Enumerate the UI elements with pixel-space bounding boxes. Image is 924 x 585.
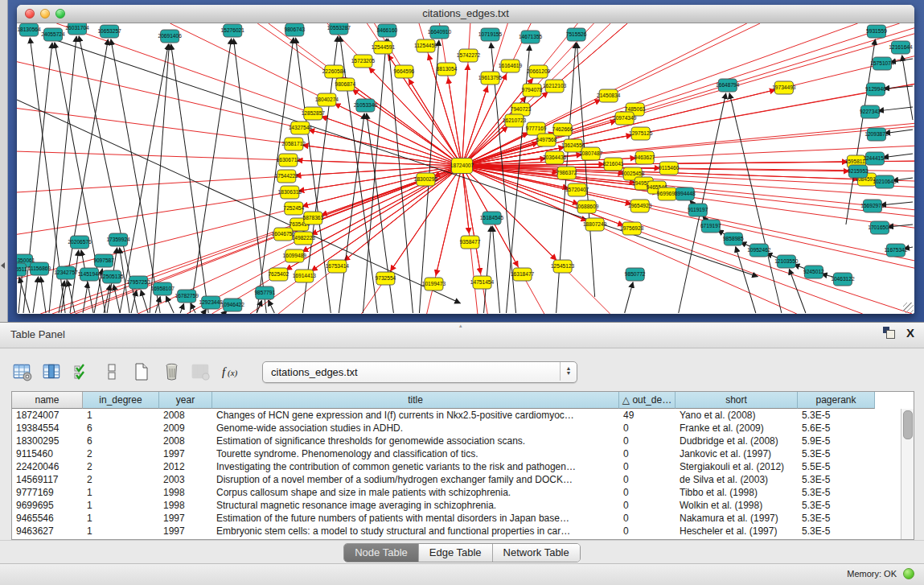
graph-node[interactable]: 20691406 (158, 30, 182, 43)
graph-node[interactable]: 5931559 (866, 25, 887, 38)
cell[interactable]: 0 (619, 473, 676, 486)
cell[interactable]: 9115460 (12, 447, 83, 460)
graph-node[interactable]: 16164619 (499, 60, 523, 72)
cell[interactable]: Yano et al. (2008) (676, 409, 798, 422)
cell[interactable]: 0 (619, 435, 676, 447)
graph-node[interactable]: 6719197 (700, 220, 721, 233)
column-header-short[interactable]: short (676, 392, 798, 409)
graph-node[interactable]: 19756928 (620, 222, 644, 235)
graph-node[interactable]: 12093872 (864, 128, 889, 141)
table-scrollbar[interactable] (901, 409, 914, 539)
cell[interactable]: Tibbo et al. (1998) (676, 486, 798, 499)
cell[interactable]: Structural magnetic resonance image aver… (212, 499, 619, 512)
graph-node[interactable]: 16212103 (543, 80, 567, 93)
cell[interactable]: Wolkin et al. (1998) (676, 499, 798, 512)
graph-node[interactable]: 10974349 (613, 112, 637, 125)
graph-node[interactable]: 10719155 (478, 28, 503, 41)
cell[interactable]: Investigating the contribution of common… (212, 460, 619, 473)
graph-node[interactable]: 8813054 (437, 63, 458, 76)
select-columns-icon[interactable] (71, 360, 93, 383)
cell[interactable]: 14569117 (12, 473, 83, 486)
graph-node[interactable]: 12444154 (863, 152, 887, 165)
graph-node[interactable]: 7252454 (283, 202, 304, 215)
create-column-icon[interactable] (130, 360, 153, 383)
graph-node[interactable]: 17016504 (868, 221, 892, 234)
table-options-icon[interactable] (11, 360, 34, 383)
graph-node[interactable]: 10807487 (579, 147, 603, 160)
cell[interactable]: 19384554 (12, 422, 83, 435)
column-header-name[interactable]: name (12, 392, 83, 409)
graph-node[interactable]: 10210643 (873, 175, 897, 188)
cell[interactable]: 2 (83, 447, 159, 460)
column-header-pagerank[interactable]: pagerank (798, 392, 875, 409)
cell[interactable]: 5.3E-5 (798, 499, 875, 512)
graph-node[interactable]: 11254459 (414, 39, 437, 52)
show-columns-icon[interactable] (41, 360, 64, 383)
cell[interactable]: 1998 (159, 499, 212, 512)
graph-node[interactable]: 9227343 (860, 105, 881, 118)
cell[interactable]: 2012 (159, 460, 212, 473)
graph-node[interactable]: 7986372 (556, 167, 577, 179)
cell[interactable]: Corpus callosum shape and size in male p… (212, 486, 619, 499)
graph-node[interactable]: 9115460 (659, 162, 680, 175)
cell[interactable]: 2003 (159, 473, 212, 486)
delete-column-icon[interactable] (160, 360, 183, 383)
cell[interactable]: 18724007 (12, 409, 83, 422)
graph-node[interactable]: 17359924 (106, 233, 130, 246)
graph-node[interactable]: 7625402 (268, 268, 289, 281)
graph-node[interactable]: 10553287 (327, 23, 351, 35)
graph-node[interactable]: 9794078 (522, 84, 543, 97)
cell[interactable]: Genome-wide association studies in ADHD. (212, 422, 619, 435)
graph-node[interactable]: 15723205 (351, 55, 376, 68)
graph-node[interactable]: 24055724 (41, 28, 65, 41)
cell[interactable]: 6 (83, 435, 159, 447)
graph-node[interactable]: 19654923 (628, 200, 652, 212)
graph-node[interactable]: 9129946 (865, 83, 886, 96)
cell[interactable]: 5.3E-5 (798, 512, 875, 525)
graph-node[interactable]: 17544222 (275, 170, 299, 183)
graph-node[interactable]: 8216041 (603, 158, 624, 171)
cell[interactable]: Disruption of a novel member of a sodium… (212, 473, 619, 486)
graph-node[interactable]: 9857791 (254, 286, 275, 299)
graph-node[interactable]: 15751074 (870, 57, 894, 70)
cell[interactable]: 9465546 (12, 512, 83, 525)
cell[interactable]: 0 (619, 447, 676, 460)
cell[interactable]: Tourette syndrome. Phenomenology and cla… (212, 447, 619, 460)
cell[interactable]: 1 (83, 525, 159, 538)
graph-node[interactable]: 16210723 (503, 114, 527, 127)
zoom-window-icon[interactable] (55, 9, 65, 19)
collapse-panel-arrow-icon[interactable] (1, 262, 5, 269)
cell[interactable]: 2008 (159, 409, 212, 422)
graph-node[interactable]: 10688609 (575, 200, 599, 213)
graph-node[interactable]: 11451944 (78, 268, 101, 281)
graph-node[interactable]: 18807249 (583, 218, 607, 231)
function-builder-icon[interactable]: f(x) (220, 360, 242, 383)
graph-node[interactable]: 6497568 (536, 134, 557, 146)
tab-edge-table[interactable]: Edge Table (419, 544, 493, 562)
cell[interactable]: 0 (619, 499, 676, 512)
cell[interactable]: Dudbridge et al. (2008) (676, 435, 798, 447)
graph-node[interactable]: 9732554 (376, 272, 396, 285)
cell[interactable]: Changes of HCN gene expression and I(f) … (212, 409, 619, 422)
cell[interactable]: 5.3E-5 (798, 486, 875, 499)
graph-node[interactable]: 12161644 (889, 41, 913, 54)
graph-node[interactable]: 12342757 (54, 266, 78, 279)
row-height-icon[interactable] (101, 360, 123, 383)
graph-node[interactable]: 20364436 (543, 151, 567, 164)
graph-node[interactable]: 18130564 (17, 23, 41, 36)
cell[interactable]: 5.6E-5 (798, 422, 875, 435)
graph-node[interactable]: 12103550 (774, 255, 799, 268)
column-header-title[interactable]: title (212, 392, 619, 409)
graph-node[interactable]: 8466160 (377, 24, 398, 37)
cell[interactable]: Estimation of the future numbers of pati… (212, 512, 619, 525)
cell[interactable]: 0 (619, 460, 676, 473)
graph-node[interactable]: 5878363 (302, 212, 323, 225)
cell[interactable]: 5.3E-5 (798, 473, 875, 486)
graph-hub-node[interactable]: 18724007 (450, 159, 474, 174)
cell[interactable]: 18300295 (12, 435, 83, 447)
cell[interactable]: 9463627 (12, 525, 83, 538)
graph-node[interactable]: 10946422 (221, 299, 245, 311)
graph-node[interactable]: 18306318 (278, 186, 302, 199)
cell[interactable]: 2009 (159, 422, 212, 435)
close-window-icon[interactable] (25, 9, 35, 19)
